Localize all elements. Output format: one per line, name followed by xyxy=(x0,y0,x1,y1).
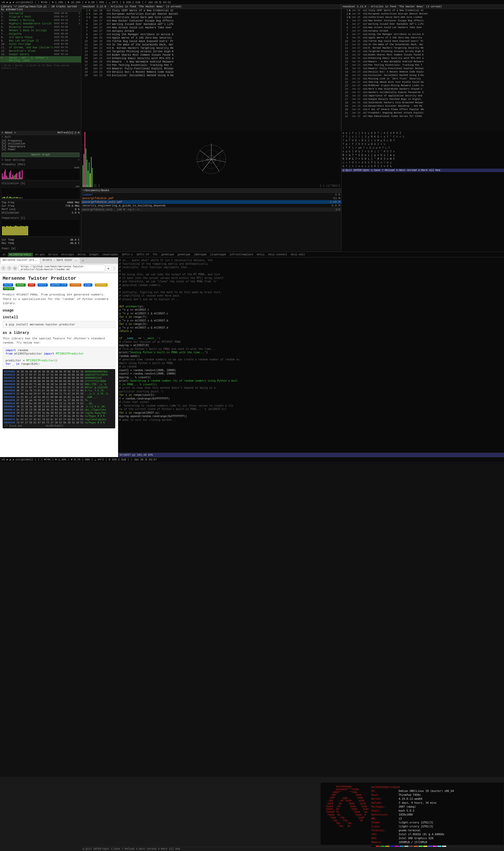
news-article-item[interactable]: 15Jan 25494Enhancing Email Security with… xyxy=(82,57,341,60)
article-list-item[interactable]: 1NJan 28492Italy CERT Warns of a New Cre… xyxy=(342,9,504,12)
article-list-item[interactable]: 25Jan 22494Hackers Accidentally Expose P… xyxy=(342,91,504,94)
hwmon-about[interactable]: < About > xyxy=(2,131,16,134)
news-article-item[interactable]: 9Jan 25499Apple Warns of 3 iOS Zero-Day … xyxy=(82,36,341,40)
news-article-item[interactable]: 3NJan 28499Authorities Seize Dark.Web Si… xyxy=(82,16,341,19)
article-list-item[interactable]: 16Jan 25499Beware - A New Wormable Andro… xyxy=(342,60,504,64)
news-article-item[interactable]: 20Jan 23499Exclusive: SocialHall Hacked … xyxy=(82,74,341,77)
article-list-item[interactable]: 17Jan 23499Pen Testing Essentials: Track… xyxy=(342,64,504,67)
tab-defct-sf[interactable]: defct-sf xyxy=(135,253,151,256)
article-list-item[interactable]: 12Jan 22499N. Korean Hackers Targeting S… xyxy=(342,47,504,50)
library-track-item[interactable]: 9.Bey Lah Heritage II2020 04:00 xyxy=(0,39,81,42)
hwmon-quit[interactable]: < Quit xyxy=(2,136,11,138)
article-list-item[interactable]: 32Jan 19487New Educational Video Series … xyxy=(342,115,504,118)
article-list-item[interactable]: 11Jan 25499In the Wake of the SolarWinds… xyxy=(342,43,504,47)
file-list-item[interactable]: pocorgtfobible_vol2.pdf2.68 M xyxy=(82,200,341,204)
hwmon-checkbox-freq[interactable]: [X] Frequency xyxy=(2,140,79,142)
hwmon-checkbox-power[interactable]: [X] Power xyxy=(2,148,79,151)
tab-at[interactable]: at xyxy=(1,253,7,256)
browser-forward-btn[interactable]: › xyxy=(7,266,12,270)
library-track-item[interactable]: 2.Pilgrim's Path2020 04:171 xyxy=(0,15,81,19)
article-list-item[interactable]: 20Jan 23499Exclusive: SocialHall Hacked … xyxy=(342,74,504,77)
browser-menu-btn[interactable]: ⋮ xyxy=(111,266,117,270)
article-list-item[interactable]: 23Jan 22499MrbMiner Crypto-Mining Malwar… xyxy=(342,84,504,87)
article-list-item[interactable]: 27Jan 22499Google Details Patched Bugs i… xyxy=(342,98,504,101)
file-list-item[interactable]: Linux/4 K xyxy=(82,193,341,196)
news-article-item[interactable]: 18Jan 23489Beware! Fully-Functional Expl… xyxy=(82,67,341,70)
tab-genmtopm2[interactable]: genmtopm xyxy=(176,253,192,256)
tab-mt19937predict[interactable]: mt19937predict xyxy=(8,253,33,256)
tab-mtui-connect[interactable]: mtui-connect xyxy=(267,253,289,256)
tab-mtvtoppc[interactable]: mtvtoppc xyxy=(60,253,76,256)
file-list-item[interactable]: pocorgtfobible.pdf53 M xyxy=(82,196,341,200)
article-list-item[interactable]: 2NJan 28499European Authorities Disrupt … xyxy=(342,12,504,16)
article-list-item[interactable]: 10Jan 25499TikTok Bug Could Have Exposed… xyxy=(342,40,504,43)
hwmon-checkbox-temp[interactable]: [X] Temperature xyxy=(2,145,79,148)
news-article-item[interactable]: 5Jan 27487Warning Issued Over Hackable A… xyxy=(82,22,341,26)
article-list-item[interactable]: 5Jan 27487Warning Issued Over Hackable A… xyxy=(342,22,504,26)
article-list-item[interactable]: 31Jan 19487FreakOut! Ongoing Botnet Atta… xyxy=(342,111,504,115)
news-article-item[interactable]: 13Jan 22496Targeted Phishing Attacks Str… xyxy=(82,50,341,53)
news-article-item[interactable]: 17Jan 23499Pen Testing Essentials: Track… xyxy=(82,64,341,67)
library-track-item[interactable]: 10.Stoic Porridge2020 05:30 xyxy=(0,42,81,46)
article-list-item[interactable]: 18Jan 23489Beware! Fully-Functional Expl… xyxy=(342,67,504,70)
article-list-item[interactable]: 6Jan 27499New Attack Could Let Hackers T… xyxy=(342,26,504,30)
article-list-item[interactable]: 14Jan 22499Biden Shares Most Common Issu… xyxy=(342,53,504,57)
library-track-item[interactable]: 8.3rd Spore Phase2020 02:08 xyxy=(0,36,81,39)
library-track-item[interactable]: 5.Binaural Concept2020 04:00 xyxy=(0,25,81,29)
tab-betsa[interactable]: betsa xyxy=(76,253,87,256)
tab-mntui[interactable]: mntui xyxy=(255,253,266,256)
browser-url-bar[interactable]: https://github.com/kmyk/mersenne-Twister… xyxy=(18,265,105,272)
tab-mtui-edit[interactable]: mtui-edit xyxy=(289,253,307,256)
news-article-item[interactable]: 2NJan 28499European Authorities Disrupt … xyxy=(82,12,341,16)
tab-mt-gnu[interactable]: mt-gnu xyxy=(34,253,46,256)
news-article-item[interactable]: 1NJan 28492Italy CERT Warns of a New Cre… xyxy=(82,9,341,12)
news-article-item[interactable]: 16Jan 25499Beware - A New Wormable Andro… xyxy=(82,60,341,64)
library-track-item[interactable]: 4.MugPayrl Remembrance Circle2020 04:411 xyxy=(0,22,81,25)
tab-j8mtoppm[interactable]: j8mtoppm xyxy=(192,253,208,256)
news-article-item[interactable]: 10Jan 25499TikTok Bug Could Have Exposed… xyxy=(82,40,341,43)
library-track-item[interactable]: 1.Overworld2020 10:012 xyxy=(0,12,81,15)
article-list-item[interactable]: 21Jan 22495Missing Link in 'Zero Trust' … xyxy=(342,77,504,81)
file-list-item[interactable]: security_engineering_a_guide_to_building… xyxy=(82,204,341,208)
browser-back-btn[interactable]: ‹ xyxy=(1,266,6,270)
article-list-item[interactable]: 30Jan 19499A Set of Severe Flaws Affect … xyxy=(342,108,504,111)
news-article-item[interactable]: 11Jan 25499In the Wake of the SolarWinds… xyxy=(82,43,341,47)
library-track-item[interactable]: 11.of Chrome, and How (Sultan's2020 03:2… xyxy=(0,46,81,49)
smooth-graph-button[interactable]: Smooth Graph xyxy=(2,153,79,157)
article-list-item[interactable]: 9Jan 25499Apple Warns of 3 iOS Zero-Day … xyxy=(342,36,504,40)
article-list-item[interactable]: 28Jan 20499SolarWinds Hackers Also Breac… xyxy=(342,101,504,105)
tab-mtrace[interactable]: mtrace xyxy=(47,253,59,256)
article-list-item[interactable]: 24Jan 22499Here's How SolarWinds Hackers… xyxy=(342,87,504,91)
library-track-item[interactable]: 12.Barathrum's Study2020 03:42 xyxy=(0,49,81,53)
browser-reload-btn[interactable]: ↻ xyxy=(13,266,17,270)
browser-tab-active[interactable]: mersenne-twister-pre... xyxy=(1,258,40,264)
browser-tab-2[interactable]: Srcery - Dark Color ... xyxy=(40,258,80,264)
library-track-item[interactable]: 13.Deeper Eaters2020 02:24 xyxy=(0,53,81,56)
browser-star-btn[interactable]: ★ xyxy=(106,266,110,270)
news-article-item[interactable]: 12Jan 22499N. Korean Hackers Targeting S… xyxy=(82,47,341,50)
article-list-item[interactable]: 29Jan 19499Researchers Discover Raindrop… xyxy=(342,105,504,108)
tab-genmtopm[interactable]: genmtopm xyxy=(160,253,175,256)
news-article-item[interactable]: 4Jan 27499New Docker Container Escape Bu… xyxy=(82,19,341,22)
article-list-item[interactable]: 7Jan 27496Autopsy Attack xyxy=(342,30,504,33)
article-list-item[interactable]: 13Jan 22496Targeted Phishing Attacks Str… xyxy=(342,50,504,53)
article-list-item[interactable]: 22Jan 22498Sharing eBook With Your Kindl… xyxy=(342,81,504,84)
library-track-item[interactable]: 6.Mehmet's Book on Strings2020 03:56 xyxy=(0,29,81,32)
tab-defct-c[interactable]: defct-c xyxy=(120,253,134,256)
hwmon-checkbox-util[interactable]: [X] Utilization xyxy=(2,142,79,145)
library-track-item[interactable]: 3.Mehmet's Morning2020 04:101 xyxy=(0,19,81,22)
library-track-item[interactable]: 7.Golgotha2020 08:20 xyxy=(0,32,81,36)
tab-btmget[interactable]: btmget xyxy=(88,253,100,256)
news-article-item[interactable]: 8Jan 27496Using the Manager Attribute in… xyxy=(82,33,341,36)
tab-lofronttemplate[interactable]: lofronttemplate xyxy=(228,253,255,256)
news-article-item[interactable]: 7Jan 27496Autopsy Attack xyxy=(82,30,341,33)
news-article-item[interactable]: 19Jan 23499Details Out! A Recent Remote … xyxy=(82,70,341,74)
article-list-item[interactable]: 4Jan 27499New Docker Container Escape Bu… xyxy=(342,19,504,22)
browser-new-tab-btn[interactable]: + xyxy=(80,258,86,264)
hwmon-save-settings[interactable]: < Save Settings xyxy=(2,159,25,161)
tab-cmuwtoppos[interactable]: cmuwtopp0s xyxy=(101,253,120,256)
news-article-item[interactable]: 14Jan 22499Biden Shares Most Common Issu… xyxy=(82,53,341,57)
article-list-item[interactable]: 15Jan 25494Enhancing Email Security with… xyxy=(342,57,504,60)
tab-lispetoppm[interactable]: lispetoppm xyxy=(209,253,227,256)
article-list-item[interactable]: 8Jan 27496Using the Manager Attribute in… xyxy=(342,33,504,36)
